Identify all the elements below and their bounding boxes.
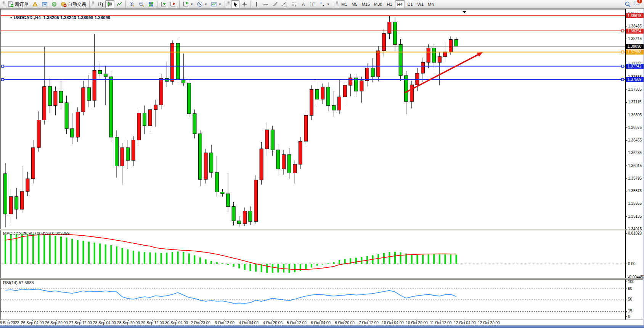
equidistant-channel-icon: E: [282, 1, 288, 7]
price-tick-label: 1.36015: [628, 164, 642, 168]
auto-scroll-icon: [161, 1, 167, 7]
time-axis-label: 12 Oct 20:00: [478, 321, 499, 325]
timeframe-m15-button[interactable]: M15: [360, 0, 372, 8]
candle-body: [393, 22, 397, 45]
candle-body: [443, 52, 447, 56]
candle-body: [282, 154, 286, 169]
line-handle[interactable]: [622, 79, 624, 81]
price-tag: 1.37742: [626, 64, 644, 69]
candle-body: [176, 43, 180, 79]
cursor-icon: [233, 2, 238, 7]
timeframe-w1-button[interactable]: W1: [416, 0, 426, 8]
mt4-window: 新订单: [0, 0, 644, 328]
crosshair-tool-button[interactable]: [240, 0, 249, 8]
price-tick-label: 1.38215: [628, 37, 642, 41]
line-handle[interactable]: [622, 65, 624, 68]
fibonacci-tool-button[interactable]: F: [290, 0, 299, 8]
candle-body: [315, 89, 319, 99]
candle-body: [416, 73, 419, 85]
candle-body: [187, 83, 191, 114]
line-handle[interactable]: [622, 30, 624, 32]
bar-chart-mode-button[interactable]: [96, 0, 105, 8]
toolbar-grip[interactable]: [228, 1, 230, 7]
search-icon[interactable]: [625, 1, 631, 8]
time-axis-label: 12 Oct 04:00: [454, 321, 475, 325]
notification-badge: 1: [637, 0, 642, 4]
line-chart-icon: [116, 1, 122, 7]
chart-shift-button[interactable]: [169, 0, 178, 8]
timeframe-mn-button[interactable]: MN: [426, 0, 436, 8]
candlestick-icon: [107, 1, 113, 7]
auto-scroll-button[interactable]: [159, 0, 168, 8]
candle-body: [87, 88, 91, 100]
timeframe-h1-button[interactable]: H1: [385, 0, 395, 8]
signals-button[interactable]: [50, 0, 59, 8]
time-axis-label: 4 Oct 04:00: [239, 321, 259, 325]
trendline-tool-button[interactable]: [271, 0, 280, 8]
text-tool-button[interactable]: A: [299, 0, 308, 8]
candle-body: [226, 194, 230, 206]
toolbar-grip[interactable]: [92, 1, 94, 7]
indicators-button[interactable]: ▼: [181, 0, 195, 8]
timeframe-m1-button[interactable]: M1: [339, 0, 349, 8]
price-tick-label: 1.35355: [628, 201, 642, 206]
tile-windows-button[interactable]: [146, 0, 156, 8]
time-axis-label: 28 Sep 20:00: [117, 321, 140, 325]
candle-body: [366, 68, 369, 80]
timeframe-m5-button[interactable]: M5: [350, 0, 360, 8]
templates-button[interactable]: ▼: [209, 0, 223, 8]
chart-canvas[interactable]: [0, 9, 644, 325]
vertical-line-icon: [254, 1, 259, 7]
candle-body: [159, 79, 163, 105]
time-axis-label: 23 Sep 2022: [0, 321, 19, 325]
timeframe-d1-button[interactable]: D1: [405, 0, 415, 8]
cursor-tool-button[interactable]: [231, 0, 239, 8]
toolbar-separator: [89, 1, 90, 8]
candle-body: [310, 89, 313, 115]
vertical-line-tool-button[interactable]: [252, 0, 261, 8]
horizontal-line-tool-button[interactable]: [261, 0, 270, 8]
candle-body: [276, 150, 280, 169]
candle-body: [388, 22, 391, 34]
price-tick-label: 1.35575: [628, 189, 642, 193]
chart-title: ▼USDCAD-,H4 1.38205 1.38243 1.38090 1.38…: [2, 11, 110, 24]
price-tag: 1.38090: [626, 44, 644, 49]
arrows-tool-button[interactable]: ▼: [318, 0, 331, 8]
notifications-button[interactable]: 1: [633, 0, 640, 8]
toolbar-grip[interactable]: [3, 1, 5, 7]
candle-body: [332, 106, 336, 110]
candle-body: [371, 68, 374, 77]
profiles-button[interactable]: [31, 0, 40, 8]
text-label-tool-button[interactable]: T: [308, 0, 317, 8]
candle-body: [377, 51, 380, 77]
bar-chart-icon: [97, 1, 103, 7]
market-watch-button[interactable]: [40, 0, 49, 8]
new-order-label: 新订单: [15, 1, 29, 8]
candle-body: [360, 81, 363, 91]
zoom-out-button[interactable]: [137, 0, 146, 8]
toolbar-separator: [179, 1, 180, 8]
timeframe-m30-button[interactable]: M30: [372, 0, 384, 8]
line-handle[interactable]: [622, 51, 624, 53]
time-axis-label: 10 Oct 04:00: [382, 321, 403, 325]
toolbar-grip[interactable]: [336, 1, 338, 7]
candle-body: [221, 192, 224, 194]
candlestick-mode-button[interactable]: [105, 0, 114, 8]
collapse-triangle-icon[interactable]: ▼: [10, 16, 13, 19]
candle-body: [210, 153, 213, 172]
line-handle[interactable]: [2, 79, 4, 81]
candle-body: [20, 191, 24, 209]
line-handle[interactable]: [2, 65, 4, 68]
channel-tool-button[interactable]: E: [280, 0, 289, 8]
candle-body: [243, 211, 246, 223]
autotrading-button[interactable]: 自动交易: [59, 0, 88, 8]
zoom-in-icon: [129, 1, 135, 7]
candle-body: [132, 140, 135, 160]
autotrading-label: 自动交易: [68, 1, 86, 8]
timeframe-h4-button[interactable]: H4: [395, 0, 405, 8]
periods-button[interactable]: ▼: [195, 0, 209, 8]
zoom-in-button[interactable]: [127, 0, 137, 8]
rsi-indicator-label: RSI(14) 57.6683: [3, 280, 34, 285]
new-order-button[interactable]: 新订单: [6, 0, 30, 8]
line-chart-mode-button[interactable]: [115, 0, 124, 8]
